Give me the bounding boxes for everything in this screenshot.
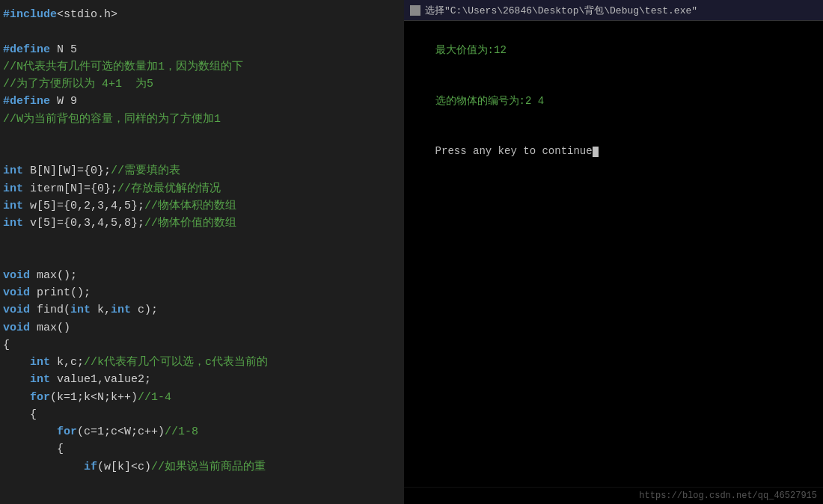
code-line-line15 [3, 250, 401, 267]
code-line-line10: int B[N][W]={0};//需要填的表 [3, 162, 401, 179]
code-editor: #include<stdio.h> #define N 5//N代表共有几件可选… [0, 0, 404, 504]
terminal-footer: https://blog.csdn.net/qq_46527915 [404, 487, 823, 504]
code-line-line19: void max() [3, 319, 401, 336]
code-line-line17: void print(); [3, 284, 401, 301]
terminal-titlebar: 选择"C:\Users\26846\Desktop\背包\Debug\test.… [404, 0, 823, 21]
code-line-line20: { [3, 336, 401, 354]
terminal-title: 选择"C:\Users\26846\Desktop\背包\Debug\test.… [425, 4, 697, 17]
code-line-line26: { [3, 440, 401, 458]
code-line-line25: for(c=1;c<W;c++)//1-8 [3, 423, 401, 440]
code-line-line23: for(k=1;k<N;k++)//1-4 [3, 389, 401, 406]
code-line-line4: //N代表共有几件可选的数量加1，因为数组的下 [3, 58, 401, 76]
code-line-line2 [3, 23, 401, 40]
code-line-line11: int iterm[N]={0};//存放最优解的情况 [3, 180, 401, 197]
code-line-line9 [3, 145, 401, 162]
terminal-panel: 选择"C:\Users\26846\Desktop\背包\Debug\test.… [404, 0, 823, 504]
output-press-any-key: Press any key to continue [435, 145, 593, 157]
code-line-line5: //为了方便所以为 4+1 为5 [3, 76, 401, 93]
code-line-line14 [3, 232, 401, 249]
code-line-line8 [3, 128, 401, 145]
footer-url: https://blog.csdn.net/qq_46527915 [639, 491, 817, 501]
code-line-line24: { [3, 406, 401, 423]
terminal-body: 最大价值为:12 选的物体的编号为:2 4 Press any key to c… [404, 21, 823, 487]
terminal-window-icon [410, 5, 420, 16]
code-line-line27: if(w[k]<c)//如果说当前商品的重 [3, 458, 401, 476]
code-line-line22: int value1,value2; [3, 371, 401, 388]
code-line-line6: #define W 9 [3, 93, 401, 110]
code-line-line3: #define N 5 [3, 41, 401, 58]
code-line-line1: #include<stdio.h> [3, 6, 401, 23]
code-line-line18: void find(int k,int c); [3, 301, 401, 319]
code-line-line16: void max(); [3, 267, 401, 284]
output-item-numbers: 选的物体的编号为:2 4 [435, 95, 545, 107]
code-line-line13: int v[5]={0,3,4,5,8};//物体价值的数组 [3, 215, 401, 232]
output-max-value: 最大价值为:12 [435, 44, 507, 56]
code-line-line21: int k,c;//k代表有几个可以选，c代表当前的 [3, 354, 401, 371]
terminal-cursor [593, 147, 599, 157]
code-line-line7: //W为当前背包的容量，同样的为了方便加1 [3, 111, 401, 128]
code-line-line12: int w[5]={0,2,3,4,5};//物体体积的数组 [3, 197, 401, 215]
